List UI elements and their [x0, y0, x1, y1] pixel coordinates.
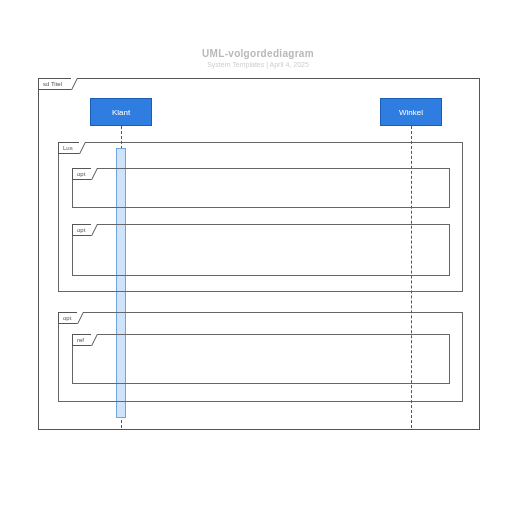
- sd-frame-label: sd Titel: [38, 78, 72, 90]
- fragment-ref: ref: [72, 334, 450, 384]
- actor-winkel-label: Winkel: [399, 108, 423, 117]
- fragment-opt2: opt: [72, 224, 450, 276]
- fragment-opt1: opt: [72, 168, 450, 208]
- actor-klant-label: Klant: [112, 108, 130, 117]
- fragment-lus-label: Lus: [58, 142, 80, 154]
- actor-klant: Klant: [90, 98, 152, 126]
- header: UML-volgordediagram System Templates | A…: [0, 48, 516, 68]
- fragment-ref-label: ref: [72, 334, 92, 346]
- fragment-opt2-label: opt: [72, 224, 92, 236]
- diagram-subtitle: System Templates | April 4, 2025: [0, 61, 516, 68]
- fragment-opt3-label: opt: [58, 312, 78, 324]
- diagram-title: UML-volgordediagram: [0, 48, 516, 59]
- fragment-opt1-label: opt: [72, 168, 92, 180]
- actor-winkel: Winkel: [380, 98, 442, 126]
